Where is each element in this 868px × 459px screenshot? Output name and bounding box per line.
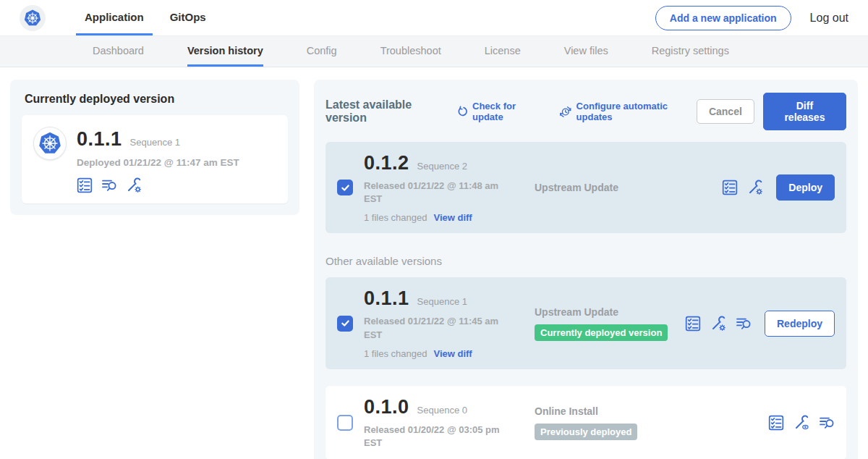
version-number: 0.1.2 (364, 152, 409, 174)
subtab-troubleshoot-label: Troubleshoot (380, 45, 441, 56)
subtab-view-files-label: View files (564, 45, 608, 56)
cancel-button[interactable]: Cancel (697, 99, 754, 124)
edit-config-icon[interactable] (710, 316, 726, 332)
top-nav-right: Add a new application Log out (655, 0, 848, 35)
version-row-0-1-0: 0.1.0 Sequence 0 Released 01/20/22 @ 03:… (326, 386, 846, 459)
version-checkbox[interactable] (337, 180, 353, 195)
latest-version-header: Latest available version Check for updat… (326, 93, 846, 130)
check-for-update-label: Check for update (472, 101, 543, 122)
deployed-version-number: 0.1.1 (77, 128, 122, 151)
version-history-panel: Latest available version Check for updat… (314, 80, 858, 459)
configure-automatic-updates-label: Configure automatic updates (576, 101, 697, 122)
subtab-troubleshoot[interactable]: Troubleshoot (380, 36, 441, 67)
version-row-0-1-1: 0.1.1 Sequence 1 Released 01/21/22 @ 11:… (326, 277, 846, 369)
preflight-checks-icon[interactable] (77, 177, 93, 193)
deployed-version-actions (77, 177, 239, 193)
version-source: Online Install Previously deployed (511, 405, 768, 440)
preflight-checks-icon[interactable] (722, 180, 738, 195)
checkmark-icon (341, 183, 350, 193)
check-for-update-link[interactable]: Check for update (456, 101, 543, 122)
top-nav: Application GitOps Add a new application… (0, 0, 868, 36)
edit-config-icon[interactable] (747, 180, 763, 195)
version-number: 0.1.1 (364, 287, 409, 310)
tab-gitops-label: GitOps (170, 11, 206, 23)
view-files-icon[interactable] (101, 177, 117, 193)
subtab-version-history-label: Version history (187, 45, 263, 56)
diff-releases-button[interactable]: Diff releases (763, 93, 846, 130)
version-sequence: Sequence 0 (417, 405, 467, 416)
subtab-dashboard[interactable]: Dashboard (93, 36, 144, 67)
view-diff-link[interactable]: View diff (433, 348, 472, 359)
source-label: Upstream Update (535, 182, 722, 193)
logout-button[interactable]: Log out (810, 12, 848, 25)
version-actions: Deploy (722, 174, 835, 201)
configure-automatic-updates-link[interactable]: Configure automatic updates (559, 101, 697, 122)
version-row-0-1-2: 0.1.2 Sequence 2 Released 01/21/22 @ 11:… (326, 142, 846, 233)
kubernetes-logo-icon (35, 129, 64, 158)
version-source: Upstream Update Currently deployed versi… (511, 306, 685, 341)
version-info: 0.1.2 Sequence 2 Released 01/21/22 @ 11:… (364, 152, 511, 223)
main-content: Currently deployed version 0.1.1 Sequenc… (0, 67, 868, 459)
subtab-config[interactable]: Config (307, 36, 337, 67)
version-checkbox[interactable] (337, 415, 353, 431)
version-sequence: Sequence 2 (417, 161, 467, 172)
view-config-icon[interactable] (793, 415, 809, 431)
deployed-version-sequence: Sequence 1 (130, 137, 180, 148)
subtab-registry-settings[interactable]: Registry settings (652, 36, 729, 67)
kots-admin-console: Application GitOps Add a new application… (0, 0, 868, 459)
version-checkbox[interactable] (337, 316, 353, 332)
tab-application[interactable]: Application (76, 0, 153, 35)
released-timestamp: Released 01/21/22 @ 11:45 am EST (364, 315, 501, 341)
files-changed-label: 1 files changed (364, 348, 427, 359)
clock-refresh-icon (559, 105, 572, 119)
tab-gitops[interactable]: GitOps (161, 0, 215, 35)
source-label: Online Install (535, 405, 768, 417)
subtab-license-label: License (485, 45, 521, 56)
deployed-timestamp: Deployed 01/21/22 @ 11:47 am EST (77, 157, 239, 168)
deploy-button[interactable]: Deploy (776, 174, 835, 201)
subtab-view-files[interactable]: View files (564, 36, 608, 67)
currently-deployed-title: Currently deployed version (25, 93, 285, 106)
preflight-checks-icon[interactable] (685, 316, 701, 332)
subtab-registry-settings-label: Registry settings (652, 45, 729, 56)
tab-application-label: Application (85, 11, 144, 23)
preflight-checks-icon[interactable] (768, 415, 784, 431)
version-actions (768, 415, 835, 431)
version-info: 0.1.1 Sequence 1 Released 01/21/22 @ 11:… (364, 287, 511, 358)
app-sub-nav: Dashboard Version history Config Trouble… (0, 36, 868, 67)
kubernetes-logo-icon (22, 7, 43, 29)
version-info: 0.1.0 Sequence 0 Released 01/20/22 @ 03:… (364, 396, 511, 450)
edit-config-icon[interactable] (126, 177, 142, 193)
version-number: 0.1.0 (364, 396, 409, 418)
app-icon (33, 127, 67, 160)
subtab-config-label: Config (307, 45, 337, 56)
app-logo (20, 5, 46, 31)
subtab-dashboard-label: Dashboard (93, 45, 144, 56)
version-source: Upstream Update (511, 182, 722, 193)
released-timestamp: Released 01/20/22 @ 03:05 pm EST (364, 424, 501, 450)
checkmark-icon (341, 319, 350, 328)
currently-deployed-card: 0.1.1 Sequence 1 Deployed 01/21/22 @ 11:… (22, 115, 288, 203)
currently-deployed-panel: Currently deployed version 0.1.1 Sequenc… (10, 80, 299, 215)
version-sequence: Sequence 1 (417, 296, 467, 307)
subtab-license[interactable]: License (485, 36, 521, 67)
deployed-version-info: 0.1.1 Sequence 1 Deployed 01/21/22 @ 11:… (77, 127, 239, 193)
version-actions: Redeploy (685, 311, 835, 337)
source-label: Upstream Update (535, 306, 685, 318)
files-changed-label: 1 files changed (364, 212, 427, 223)
redeploy-button[interactable]: Redeploy (765, 311, 835, 337)
view-files-icon[interactable] (736, 316, 752, 332)
currently-deployed-badge: Currently deployed version (535, 324, 668, 341)
refresh-icon (456, 106, 468, 118)
latest-version-title: Latest available version (326, 98, 446, 125)
add-new-application-button[interactable]: Add a new application (655, 6, 791, 30)
other-versions-title: Other available versions (326, 255, 846, 267)
previously-deployed-badge: Previously deployed (535, 424, 637, 440)
released-timestamp: Released 01/21/22 @ 11:48 am EST (364, 180, 501, 206)
subtab-version-history[interactable]: Version history (187, 36, 263, 67)
view-diff-link[interactable]: View diff (433, 212, 472, 223)
view-files-icon[interactable] (819, 415, 835, 431)
